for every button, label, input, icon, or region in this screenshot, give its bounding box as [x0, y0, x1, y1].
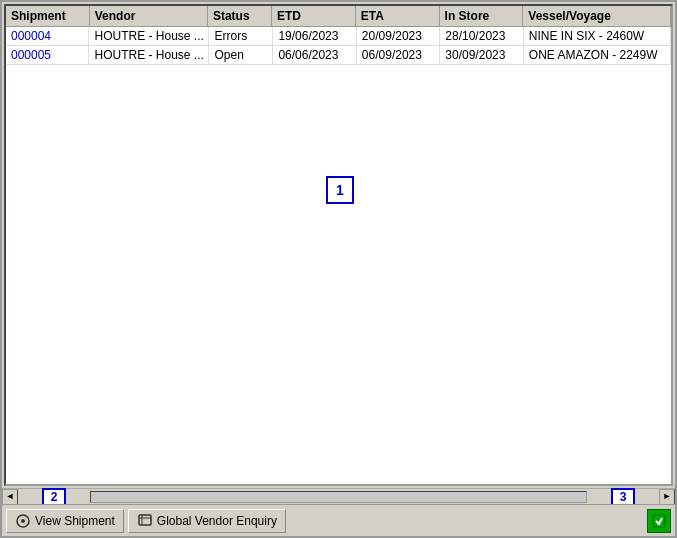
cell-eta-1: 20/09/2023: [357, 27, 440, 45]
table-area: Shipment Vendor Status ETD ETA In Store …: [4, 4, 673, 486]
view-shipment-icon: [15, 513, 31, 529]
cell-eta-2: 06/09/2023: [357, 46, 440, 64]
col-header-status: Status: [208, 6, 272, 26]
cell-status-1: Errors: [209, 27, 273, 45]
main-container: Shipment Vendor Status ETD ETA In Store …: [0, 0, 677, 538]
global-vendor-icon: [137, 513, 153, 529]
col-header-etd: ETD: [272, 6, 356, 26]
cell-status-2: Open: [209, 46, 273, 64]
cell-shipment-2[interactable]: 000005: [6, 46, 89, 64]
scroll-right-button[interactable]: ►: [659, 489, 675, 505]
horizontal-scrollbar[interactable]: ◄ 2 3 ►: [2, 488, 675, 504]
col-header-shipment: Shipment: [6, 6, 90, 26]
svg-point-1: [21, 519, 25, 523]
view-shipment-label: View Shipment: [35, 514, 115, 528]
table-row[interactable]: 000004 HOUTRE - House ... Errors 19/06/2…: [6, 27, 671, 46]
numbered-box-3: 3: [611, 488, 635, 506]
cell-etd-1: 19/06/2023: [273, 27, 356, 45]
global-vendor-label: Global Vendor Enquiry: [157, 514, 277, 528]
cell-instore-1: 28/10/2023: [440, 27, 523, 45]
hscroll-track[interactable]: [90, 491, 587, 503]
cell-instore-2: 30/09/2023: [440, 46, 523, 64]
col-header-eta: ETA: [356, 6, 440, 26]
numbered-box-1: 1: [326, 176, 354, 204]
cell-vendor-1: HOUTRE - House ...: [89, 27, 209, 45]
footer-bar: View Shipment Global Vendor Enquiry: [2, 504, 675, 536]
numbered-box-2: 2: [42, 488, 66, 506]
export-button[interactable]: [647, 509, 671, 533]
cell-vessel-2: ONE AMAZON - 2249W: [524, 46, 671, 64]
cell-shipment-1[interactable]: 000004: [6, 27, 89, 45]
table-row[interactable]: 000005 HOUTRE - House ... Open 06/06/202…: [6, 46, 671, 65]
scroll-left-button[interactable]: ◄: [2, 489, 18, 505]
col-header-vessel: Vessel/Voyage: [523, 6, 671, 26]
table-header: Shipment Vendor Status ETD ETA In Store …: [6, 6, 671, 27]
table-body: 000004 HOUTRE - House ... Errors 19/06/2…: [6, 27, 671, 484]
view-shipment-button[interactable]: View Shipment: [6, 509, 124, 533]
col-header-instore: In Store: [440, 6, 524, 26]
col-header-vendor: Vendor: [90, 6, 208, 26]
cell-etd-2: 06/06/2023: [273, 46, 356, 64]
svg-rect-2: [139, 515, 151, 525]
cell-vendor-2: HOUTRE - House ...: [89, 46, 209, 64]
global-vendor-enquiry-button[interactable]: Global Vendor Enquiry: [128, 509, 286, 533]
cell-vessel-1: NINE IN SIX - 2460W: [524, 27, 671, 45]
